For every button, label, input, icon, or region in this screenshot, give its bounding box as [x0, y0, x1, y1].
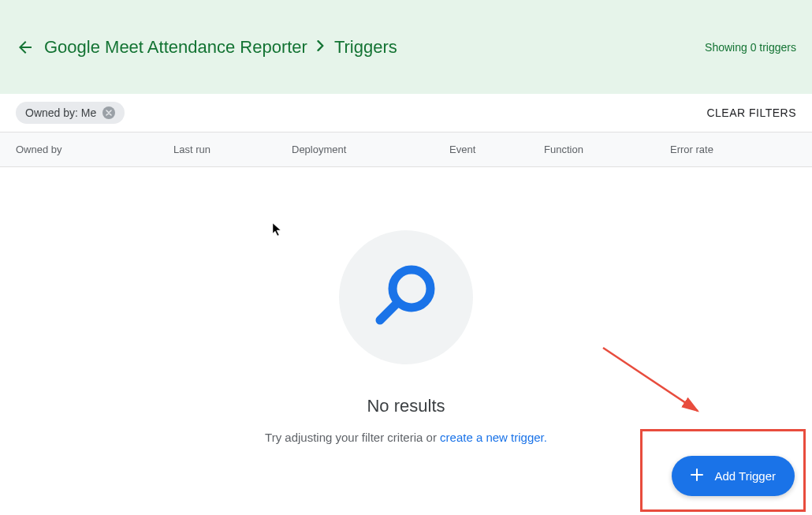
- create-trigger-link[interactable]: create a new trigger.: [440, 431, 547, 444]
- empty-state: No results Try adjusting your filter cri…: [0, 167, 812, 444]
- magnifying-glass-icon: [371, 262, 441, 333]
- clear-filters-button[interactable]: CLEAR FILTERS: [706, 106, 796, 119]
- close-icon[interactable]: [102, 106, 115, 119]
- breadcrumb: Google Meet Attendance Reporter Triggers: [44, 37, 397, 58]
- filter-chip-label: Owned by: Me: [25, 106, 96, 119]
- column-event[interactable]: Event: [449, 144, 544, 155]
- column-owned-by[interactable]: Owned by: [16, 144, 173, 155]
- header-left: Google Meet Attendance Reporter Triggers: [16, 37, 397, 58]
- page-header: Google Meet Attendance Reporter Triggers…: [0, 0, 812, 94]
- chevron-right-icon: [317, 40, 325, 54]
- add-trigger-button[interactable]: Add Trigger: [672, 456, 795, 496]
- empty-state-subtitle: Try adjusting your filter criteria or cr…: [265, 431, 547, 444]
- empty-subtitle-prefix: Try adjusting your filter criteria or: [265, 431, 440, 444]
- column-function[interactable]: Function: [544, 144, 670, 155]
- add-trigger-label: Add Trigger: [714, 469, 776, 483]
- back-arrow-icon[interactable]: [16, 38, 35, 57]
- filter-chip-owned-by[interactable]: Owned by: Me: [16, 102, 125, 124]
- empty-state-icon-circle: [339, 230, 473, 364]
- trigger-count: Showing 0 triggers: [705, 41, 796, 54]
- column-last-run[interactable]: Last run: [173, 144, 292, 155]
- svg-line-1: [380, 304, 396, 320]
- filter-bar: Owned by: Me CLEAR FILTERS: [0, 94, 812, 132]
- column-headers: Owned by Last run Deployment Event Funct…: [0, 132, 812, 167]
- column-error-rate[interactable]: Error rate: [670, 144, 773, 155]
- column-deployment[interactable]: Deployment: [292, 144, 449, 155]
- empty-state-title: No results: [367, 396, 445, 416]
- plus-icon: [691, 467, 703, 485]
- breadcrumb-project[interactable]: Google Meet Attendance Reporter: [44, 37, 307, 58]
- breadcrumb-current: Triggers: [334, 37, 397, 58]
